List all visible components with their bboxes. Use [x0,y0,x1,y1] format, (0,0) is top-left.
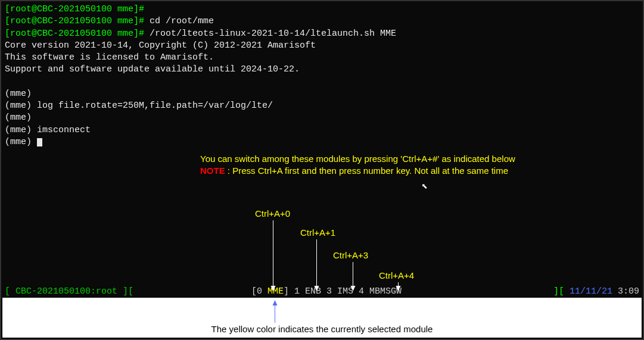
output-line: (mme) [5,112,639,124]
status-date: 11/11/21 [570,286,612,297]
prompt-line: [root@CBC-2021050100 mme]# [5,16,150,26]
output-line: (mme) imsconnect [5,124,639,136]
caption-text: The yellow color indicates the currently… [2,324,642,334]
output-line: (mme) [5,88,639,100]
status-host: CBC-2021050100:root [15,286,117,297]
caption-band: The yellow color indicates the currently… [2,298,642,338]
status-time: 3:09 [618,286,639,297]
prompt-line: [root@CBC-2021050100 mme]# [5,29,150,39]
output-line: (mme) [5,137,37,147]
output-line: This software is licensed to Amarisoft. [5,52,639,64]
arrow-line [275,305,275,323]
output-line: Support and software update available un… [5,64,639,76]
command-text: /root/lteots-linux-2021-10-14/ltelaunch.… [150,29,396,39]
tab-mbmsgw[interactable]: 4 MBMSGW [353,286,402,297]
tab-mme[interactable]: MME [267,286,284,297]
tab-enb[interactable]: 1 ENB [289,286,321,297]
tab-ims[interactable]: 3 IMS [321,286,353,297]
terminal-window[interactable]: [root@CBC-2021050100 mme]# [root@CBC-202… [1,1,643,299]
command-text: cd /root/mme [150,16,214,26]
status-bar: [ CBC-2021050100:root ][ [0 MME] 1 ENB 3… [1,286,643,299]
output-line: (mme) log file.rotate=250M,file.path=/va… [5,100,639,112]
output-line: Core version 2021-10-14, Copyright (C) 2… [5,40,639,52]
cursor [37,138,42,146]
prompt-line: [root@CBC-2021050100 mme]# [5,4,144,14]
